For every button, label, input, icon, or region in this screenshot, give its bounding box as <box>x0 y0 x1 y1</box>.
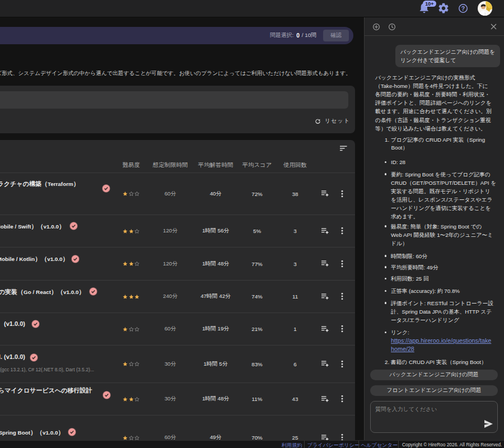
svg-text:?: ? <box>461 5 465 12</box>
svg-text:10+: 10+ <box>425 1 433 7</box>
